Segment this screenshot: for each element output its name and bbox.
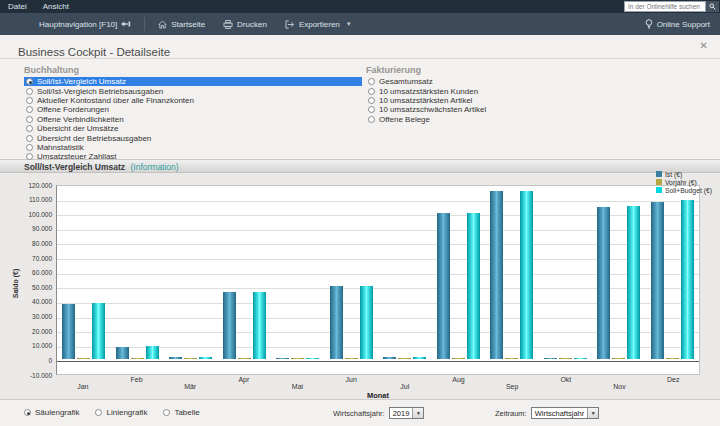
buchhaltung-label: Buchhaltung	[24, 65, 362, 75]
radio-item[interactable]: Gesamtumsatz	[366, 77, 586, 86]
radio-item-label: Soll/Ist-Vergleich Umsatz	[37, 77, 126, 86]
radio-item-label: Gesamtumsatz	[379, 77, 433, 86]
bar-feb-series-2	[146, 346, 159, 359]
x-tick-label: Jun	[346, 376, 357, 383]
chart-section-title: Soll/Ist-Vergleich Umsatz	[24, 162, 125, 172]
bar-group	[276, 358, 319, 360]
pin-icon[interactable]	[121, 20, 131, 28]
page-title: Business Cockpit - Detailseite	[18, 46, 170, 58]
radio-item[interactable]: 10 umsatzstärksten Artikel	[366, 96, 586, 105]
y-tick-label: 30.000	[32, 313, 52, 320]
radio-item[interactable]: 10 umsatzstärksten Kunden	[366, 86, 586, 95]
app-window: Datei Ansicht Hauptnavigation [F10] Star…	[0, 0, 720, 426]
bar-nov-series-0	[597, 207, 610, 359]
radio-icon	[24, 409, 31, 416]
bar-group	[116, 346, 159, 359]
drucken-button[interactable]: Drucken	[214, 13, 276, 35]
chart-section-subtitle[interactable]: (Information)	[130, 162, 178, 172]
radio-item[interactable]: 10 umsatzschwächsten Artikel	[366, 105, 586, 114]
search-input[interactable]	[624, 1, 706, 12]
bar-jan-series-0	[62, 304, 75, 360]
menu-ansicht[interactable]: Ansicht	[43, 2, 69, 11]
y-tick-label: 70.000	[32, 255, 52, 262]
x-tick-label: Dez	[667, 376, 679, 383]
x-tick-label: Feb	[130, 376, 142, 383]
radio-item-label: 10 umsatzschwächsten Artikel	[379, 105, 486, 114]
bars-area	[57, 184, 699, 359]
bar-dez-series-2	[681, 200, 694, 359]
home-icon	[158, 20, 167, 29]
bar-aug-series-1	[452, 358, 465, 359]
startseite-button[interactable]: Startseite	[149, 13, 214, 35]
exportieren-button[interactable]: Exportieren ▼	[276, 13, 361, 35]
bar-dez-series-1	[666, 358, 679, 359]
bar-okt-series-2	[574, 358, 587, 359]
chart-legend: Ist (€)Vorjahr (€)Soll+Budget (€)	[656, 170, 712, 194]
view-option-radio[interactable]: Liniengrafik	[95, 408, 147, 417]
radio-item[interactable]: Soll/Ist-Vergleich Betriebsausgaben	[24, 86, 362, 95]
radio-item[interactable]: Aktueller Kontostand über alle Finanzkon…	[24, 96, 362, 105]
exportieren-label: Exportieren	[299, 20, 340, 29]
chevron-down-icon[interactable]: ▼	[587, 408, 598, 418]
radio-item[interactable]: Offene Verbindlichkeiten	[24, 115, 362, 124]
printer-icon	[223, 20, 233, 29]
y-axis-ticks: 120.000110.000100.00090.00080.00070.0006…	[16, 185, 56, 375]
radio-icon	[368, 97, 375, 104]
chevron-down-icon[interactable]: ▼	[412, 408, 423, 418]
view-option-label: Liniengrafik	[106, 408, 147, 417]
menu-datei[interactable]: Datei	[8, 2, 27, 11]
footer-controls: SäulengrafikLiniengrafikTabelle Wirtscha…	[0, 399, 720, 426]
search-icon[interactable]	[706, 1, 719, 12]
lightbulb-icon	[645, 19, 653, 29]
bar-group	[597, 206, 640, 360]
legend-label: Vorjahr (€)	[665, 179, 697, 186]
radio-item[interactable]: Offene Belege	[366, 115, 586, 124]
radio-item[interactable]: Übersicht der Betriebsausgaben	[24, 133, 362, 142]
radio-icon	[163, 409, 170, 416]
bar-jul-series-2	[413, 357, 426, 359]
bar-group	[169, 357, 212, 359]
radio-icon	[368, 78, 375, 85]
view-option-radio[interactable]: Säulengrafik	[24, 408, 79, 417]
bar-dez-series-0	[651, 202, 664, 360]
y-axis-label-col: Saldo (€)	[0, 185, 16, 375]
zero-axis-line	[57, 361, 699, 362]
legend-swatch	[656, 179, 662, 185]
online-support-button[interactable]: Online Support	[645, 13, 710, 35]
chevron-down-icon: ▼	[346, 21, 352, 27]
y-tick-label: 120.000	[29, 182, 53, 189]
help-search	[624, 1, 719, 12]
buchhaltung-section: Buchhaltung Soll/Ist-Vergleich UmsatzSol…	[24, 65, 362, 159]
bar-apr-series-2	[253, 292, 266, 359]
y-tick-label: 60.000	[32, 269, 52, 276]
radio-icon	[368, 116, 375, 123]
bar-sep-series-1	[505, 358, 518, 359]
x-tick-label: Apr	[238, 376, 249, 383]
view-option-radio[interactable]: Tabelle	[163, 408, 199, 417]
radio-icon	[26, 135, 33, 142]
radio-icon	[26, 78, 33, 85]
radio-item[interactable]: Übersicht der Umsätze	[24, 124, 362, 133]
wirtschaftsjahr-select[interactable]: 2019 ▼	[389, 407, 425, 419]
radio-item-label: Übersicht der Umsätze	[37, 124, 118, 133]
bar-okt-series-1	[559, 358, 572, 359]
fakturierung-label: Fakturierung	[366, 65, 586, 75]
radio-icon	[26, 97, 33, 104]
hauptnavigation-label: Hauptnavigation [F10]	[39, 20, 117, 29]
bar-group	[330, 286, 373, 360]
radio-item[interactable]: Soll/Ist-Vergleich Umsatz	[24, 77, 362, 86]
zeitraum-select[interactable]: Wirtschaftsjahr ▼	[531, 407, 600, 419]
page-header: Business Cockpit - Detailseite ✕	[0, 35, 720, 59]
radio-item[interactable]: Mahnstatistik	[24, 143, 362, 152]
bar-group	[651, 200, 694, 359]
bar-mär-series-2	[199, 357, 212, 359]
y-tick-label: 90.000	[32, 225, 52, 232]
bar-apr-series-0	[223, 292, 236, 359]
close-icon[interactable]: ✕	[700, 41, 708, 51]
hauptnavigation-button[interactable]: Hauptnavigation [F10]	[30, 13, 140, 35]
bar-sep-series-0	[490, 191, 503, 359]
zeitraum-value: Wirtschaftsjahr	[532, 409, 588, 418]
radio-icon	[26, 125, 33, 132]
fakturierung-list: Gesamtumsatz10 umsatzstärksten Kunden10 …	[366, 77, 586, 124]
radio-item[interactable]: Offene Forderungen	[24, 105, 362, 114]
